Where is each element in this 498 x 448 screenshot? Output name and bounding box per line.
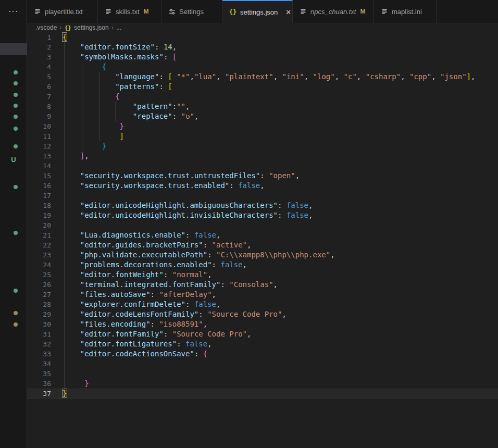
code-line-36[interactable]: 36 } bbox=[27, 379, 498, 389]
line-number: 5 bbox=[27, 72, 51, 82]
breadcrumb-symbol[interactable]: ... bbox=[116, 24, 121, 31]
line-number: 25 bbox=[27, 270, 51, 280]
code-line-29[interactable]: 29 "editor.codeLensFontFamily": "Source … bbox=[27, 309, 498, 319]
line-number: 2 bbox=[27, 42, 51, 52]
explorer-sidebar: ··· U bbox=[0, 0, 27, 448]
code-line-19[interactable]: 19 "editor.unicodeHighlight.invisibleCha… bbox=[27, 210, 498, 220]
explorer-selected-item[interactable] bbox=[0, 43, 27, 55]
code-editor[interactable]: 1{2 "editor.fontSize": 14,3 "symbolMasks… bbox=[27, 32, 498, 448]
tab-skills-txt[interactable]: skills.txt M bbox=[98, 0, 161, 23]
line-number: 28 bbox=[27, 300, 51, 309]
code-line-28[interactable]: 28 "explorer.confirmDelete": false, bbox=[27, 300, 498, 309]
code-line-1[interactable]: 1{ bbox=[27, 32, 498, 42]
line-number: 29 bbox=[27, 309, 51, 319]
code-line-20[interactable]: 20 bbox=[27, 220, 498, 230]
code-line-2[interactable]: 2 "editor.fontSize": 14, bbox=[27, 42, 498, 52]
code-text: "editor.guides.bracketPairs": "active", bbox=[63, 240, 251, 250]
line-number: 12 bbox=[27, 141, 51, 151]
code-line-25[interactable]: 25 "editor.fontWeight": "normal", bbox=[27, 270, 498, 280]
line-number: 37 bbox=[27, 389, 51, 399]
git-untracked-badge bbox=[14, 127, 18, 131]
line-number: 20 bbox=[27, 220, 51, 230]
line-number: 1 bbox=[27, 32, 51, 42]
tab-settings[interactable]: Settings bbox=[161, 0, 222, 23]
code-line-18[interactable]: 18 "editor.unicodeHighlight.ambiguousCha… bbox=[27, 201, 498, 210]
line-number: 14 bbox=[27, 161, 51, 171]
code-line-34[interactable]: 34 bbox=[27, 359, 498, 369]
tab-playertitle-txt[interactable]: playertitle.txt bbox=[27, 0, 98, 23]
code-line-35[interactable]: 35 bbox=[27, 369, 498, 379]
code-line-37[interactable]: 37} bbox=[27, 389, 498, 399]
code-line-21[interactable]: 21 "Lua.diagnostics.enable": false, bbox=[27, 230, 498, 240]
code-text: "files.autoSave": "afterDelay", bbox=[63, 290, 216, 300]
line-number: 15 bbox=[27, 171, 51, 181]
line-number: 22 bbox=[27, 240, 51, 250]
git-modified-badge bbox=[14, 322, 18, 327]
git-untracked-badge: U bbox=[0, 156, 27, 164]
code-line-30[interactable]: 30 "files.encoding": "iso88591", bbox=[27, 319, 498, 329]
git-modified-badge bbox=[14, 311, 18, 315]
code-line-23[interactable]: 23 "php.validate.executablePath": "C:\\x… bbox=[27, 250, 498, 260]
editor-group: playertitle.txt skills.txt M Settings bbox=[27, 0, 498, 448]
code-line-4[interactable]: 4 { bbox=[27, 62, 498, 72]
file-icon bbox=[33, 7, 42, 16]
close-icon[interactable]: ✕ bbox=[284, 8, 293, 17]
code-line-31[interactable]: 31 "editor.fontFamily": "Source Code Pro… bbox=[27, 329, 498, 339]
code-text: { bbox=[63, 32, 67, 42]
tab-label: maplist.ini bbox=[392, 8, 422, 16]
code-text: "explorer.confirmDelete": false, bbox=[63, 300, 220, 309]
tab-maplist-ini[interactable]: maplist.ini bbox=[374, 0, 437, 23]
tab-npcs-chuan-txt[interactable]: npcs_chuan.txt M bbox=[293, 0, 374, 23]
code-line-24[interactable]: 24 "problems.decorations.enabled": false… bbox=[27, 260, 498, 270]
code-line-26[interactable]: 26 "terminal.integrated.fontFamily": "Co… bbox=[27, 280, 498, 290]
breadcrumb-folder[interactable]: .vscode bbox=[35, 24, 57, 31]
line-number: 21 bbox=[27, 230, 51, 240]
line-number: 17 bbox=[27, 191, 51, 201]
code-line-9[interactable]: 9 "replace": "ʋ", bbox=[27, 111, 498, 121]
code-line-27[interactable]: 27 "files.autoSave": "afterDelay", bbox=[27, 290, 498, 300]
code-line-11[interactable]: 11 ] bbox=[27, 131, 498, 141]
code-line-14[interactable]: 14 bbox=[27, 161, 498, 171]
code-line-8[interactable]: 8 "pattern":"", bbox=[27, 102, 498, 111]
git-untracked-badge bbox=[14, 115, 18, 119]
code-line-33[interactable]: 33 "editor.codeActionsOnSave": { bbox=[27, 349, 498, 359]
line-number: 9 bbox=[27, 111, 51, 121]
tab-label: Settings bbox=[179, 8, 204, 16]
code-line-5[interactable]: 5 "language": [ "*","lua", "plaintext", … bbox=[27, 72, 498, 82]
more-actions-button[interactable]: ··· bbox=[0, 0, 27, 23]
code-text: "security.workspace.trust.untrustedFiles… bbox=[63, 171, 300, 181]
code-line-10[interactable]: 10 } bbox=[27, 121, 498, 131]
line-number: 6 bbox=[27, 82, 51, 92]
code-line-13[interactable]: 13 ], bbox=[27, 151, 498, 161]
line-number: 30 bbox=[27, 319, 51, 329]
code-line-15[interactable]: 15 "security.workspace.trust.untrustedFi… bbox=[27, 171, 498, 181]
code-line-6[interactable]: 6 "patterns": [ bbox=[27, 82, 498, 92]
code-line-16[interactable]: 16 "security.workspace.trust.enabled": f… bbox=[27, 181, 498, 191]
tab-bar: playertitle.txt skills.txt M Settings bbox=[27, 0, 498, 23]
vscode-window: ··· U playertitle.txt skills.txt M bbox=[0, 0, 498, 448]
code-line-7[interactable]: 7 { bbox=[27, 92, 498, 102]
code-line-12[interactable]: 12 } bbox=[27, 141, 498, 151]
line-number: 24 bbox=[27, 260, 51, 270]
git-untracked-badge bbox=[14, 93, 18, 97]
breadcrumb-file[interactable]: settings.json bbox=[74, 24, 109, 31]
code-line-3[interactable]: 3 "symbolMasks.masks": [ bbox=[27, 52, 498, 62]
code-text: "symbolMasks.masks": [ bbox=[63, 52, 177, 62]
code-line-17[interactable]: 17 bbox=[27, 191, 498, 201]
git-untracked-badge bbox=[14, 104, 18, 108]
line-number: 7 bbox=[27, 92, 51, 102]
line-number: 31 bbox=[27, 329, 51, 339]
line-number: 18 bbox=[27, 201, 51, 210]
code-text: "terminal.integrated.fontFamily": "Conso… bbox=[63, 280, 278, 290]
chevron-right-icon: › bbox=[111, 24, 114, 31]
code-text: ] bbox=[63, 131, 124, 141]
code-line-22[interactable]: 22 "editor.guides.bracketPairs": "active… bbox=[27, 240, 498, 250]
code-text: "language": [ "*","lua", "plaintext", "i… bbox=[63, 72, 475, 82]
line-number: 23 bbox=[27, 250, 51, 260]
settings-sliders-icon bbox=[168, 7, 176, 16]
code-text: "editor.fontLigatures": false, bbox=[63, 339, 212, 349]
tab-settings-json[interactable]: {} settings.json ✕ bbox=[222, 0, 293, 23]
code-text: "editor.unicodeHighlight.ambiguousCharac… bbox=[63, 201, 313, 210]
code-line-32[interactable]: 32 "editor.fontLigatures": false, bbox=[27, 339, 498, 349]
code-text: } bbox=[63, 121, 124, 131]
